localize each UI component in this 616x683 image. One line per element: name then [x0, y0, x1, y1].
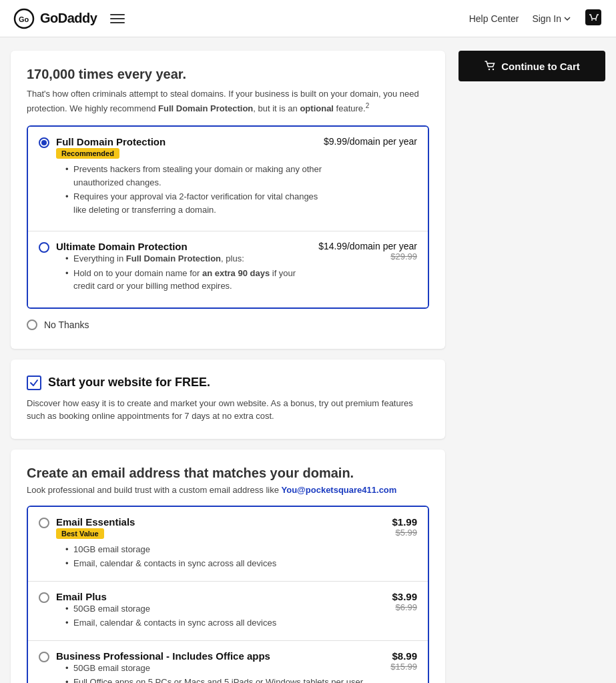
full-domain-name: Full Domain Protection [56, 136, 324, 147]
business-professional-name: Business Professional - Includes Office … [56, 650, 363, 662]
header-left: Go GoDaddy [13, 8, 127, 29]
sign-in-button[interactable]: Sign In [532, 13, 571, 24]
business-professional-price: $8.99 [390, 650, 417, 662]
full-domain-bold: Full Domain Protection [158, 103, 253, 113]
plus-bullet-1: 50GB email storage [73, 602, 276, 616]
godaddy-logo-icon: Go [13, 8, 35, 29]
footnote-2: 2 [366, 102, 370, 109]
email-section-desc: Look professional and build trust with a… [27, 485, 429, 495]
svg-point-5 [489, 69, 490, 70]
email-essentials-original-price: $5.99 [392, 528, 417, 538]
header-right: Help Center Sign In [469, 8, 603, 29]
svg-point-4 [595, 19, 597, 21]
ultimate-domain-protection-option[interactable]: Ultimate Domain Protection Everything in… [28, 231, 428, 307]
business-professional-option[interactable]: Business Professional - Includes Office … [28, 640, 428, 683]
svg-point-6 [493, 69, 494, 70]
ultimate-bullet-1: Everything in Full Domain Protection, pl… [73, 252, 318, 265]
svg-text:Go: Go [19, 15, 29, 23]
chevron-down-icon [564, 15, 571, 22]
email-essentials-bullets: 10GB email storage Email, calendar & con… [56, 543, 276, 570]
ultimate-bullet-2: Hold on to your domain name for an extra… [73, 267, 318, 293]
optional-bold: optional [300, 103, 334, 113]
left-column: 170,000 times every year. That's how oft… [11, 51, 445, 683]
business-professional-radio[interactable] [39, 652, 49, 662]
checkmark-icon [27, 376, 41, 390]
start-website-section: Start your website for FREE. Discover ho… [11, 360, 445, 439]
email-options-box: Email Essentials Best Value 10GB email s… [27, 506, 429, 683]
start-website-desc: Discover how easy it is to create and ma… [27, 397, 429, 423]
logo-text: GoDaddy [40, 11, 97, 26]
ultimate-domain-price: $14.99/domain per year [318, 241, 417, 251]
email-essentials-price: $1.99 [392, 516, 417, 528]
hamburger-menu[interactable] [107, 11, 127, 26]
cart-btn-icon [484, 60, 496, 72]
email-section-title: Create an email address that matches you… [27, 466, 429, 481]
main-layout: 170,000 times every year. That's how oft… [0, 37, 616, 683]
email-essentials-name: Email Essentials [56, 516, 276, 528]
email-plus-option[interactable]: Email Plus 50GB email storage Email, cal… [28, 581, 428, 640]
ultimate-domain-radio[interactable] [39, 242, 49, 253]
bullet-2: Requires your approval via 2-factor veri… [73, 190, 324, 216]
ultimate-domain-bullets: Everything in Full Domain Protection, pl… [56, 252, 318, 293]
ultimate-domain-name: Ultimate Domain Protection [56, 241, 318, 252]
email-section: Create an email address that matches you… [11, 450, 445, 683]
business-bullet-1: 50GB email storage [73, 662, 363, 675]
full-domain-radio[interactable] [39, 137, 49, 148]
no-thanks-label: No Thanks [44, 319, 89, 330]
email-plus-price: $3.99 [392, 591, 417, 602]
email-plus-bullets: 50GB email storage Email, calendar & con… [56, 602, 276, 630]
business-professional-bullets: 50GB email storage Full Office apps on 5… [56, 662, 363, 683]
help-center-link[interactable]: Help Center [469, 13, 519, 24]
right-column: Continue to Cart [458, 51, 605, 81]
email-essentials-radio[interactable] [39, 518, 49, 528]
bullet-1: Prevents hackers from stealing your doma… [73, 163, 324, 189]
recommended-badge: Recommended [56, 147, 324, 163]
cart-icon [584, 8, 603, 27]
essentials-bullet-2: Email, calendar & contacts in sync acros… [73, 557, 276, 570]
cart-button[interactable] [584, 8, 603, 29]
no-thanks-option[interactable]: No Thanks [27, 317, 429, 333]
email-essentials-option[interactable]: Email Essentials Best Value 10GB email s… [28, 507, 428, 581]
email-plus-name: Email Plus [56, 591, 276, 602]
domain-options-box: Full Domain Protection Recommended Preve… [27, 125, 429, 309]
full-domain-protection-option[interactable]: Full Domain Protection Recommended Preve… [28, 127, 428, 231]
email-plus-original-price: $6.99 [392, 602, 417, 612]
email-plus-radio[interactable] [39, 592, 49, 603]
logo[interactable]: Go GoDaddy [13, 8, 97, 29]
business-bullet-2: Full Office apps on 5 PCs or Macs and 5 … [73, 676, 363, 683]
header: Go GoDaddy Help Center Sign In [0, 0, 616, 37]
full-domain-price: $9.99/domain per year [324, 136, 417, 147]
best-value-badge: Best Value [56, 528, 104, 539]
start-website-title: Start your website for FREE. [48, 376, 210, 390]
domain-protection-section: 170,000 times every year. That's how oft… [11, 51, 445, 349]
ultimate-domain-original-price: $29.99 [318, 251, 417, 261]
full-domain-bullets: Prevents hackers from stealing your doma… [56, 163, 324, 216]
essentials-bullet-1: 10GB email storage [73, 543, 276, 556]
domain-protection-desc: That's how often criminals attempt to st… [27, 87, 429, 115]
business-professional-original-price: $15.99 [390, 662, 417, 672]
no-thanks-radio[interactable] [27, 319, 37, 330]
plus-bullet-2: Email, calendar & contacts in sync acros… [73, 616, 276, 630]
svg-point-3 [591, 19, 593, 21]
email-example: You@pocketsquare411.com [282, 485, 397, 495]
domain-protection-title: 170,000 times every year. [27, 67, 429, 82]
svg-rect-2 [585, 9, 601, 25]
continue-to-cart-button[interactable]: Continue to Cart [458, 51, 605, 81]
